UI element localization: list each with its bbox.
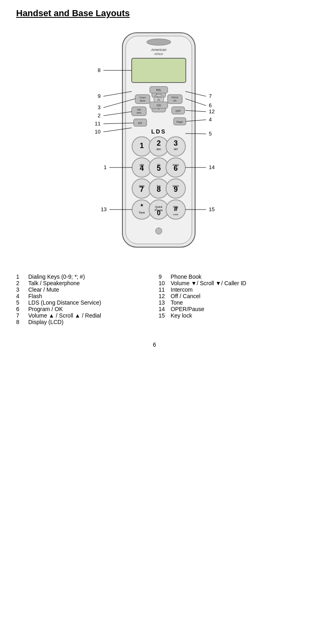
svg-text:5: 5 — [209, 131, 212, 137]
legend-text-10: Volume ▼/ Scroll ▼/ Caller ID — [171, 280, 246, 286]
svg-text:14: 14 — [209, 164, 214, 170]
svg-point-71 — [156, 228, 162, 234]
svg-text:#: # — [174, 205, 177, 212]
legend-text-4: Flash — [28, 293, 42, 299]
svg-text:INT: INT — [138, 122, 142, 125]
svg-text:1: 1 — [139, 142, 143, 150]
svg-text:4: 4 — [139, 164, 143, 172]
legend-text-7: Volume ▲ / Scroll ▲ / Redial — [28, 312, 101, 319]
legend-text-12: Off / Cancel — [171, 293, 201, 299]
legend-item-11: 11 Intercom — [159, 286, 293, 293]
legend-item-9: 9 Phone Book — [159, 273, 293, 280]
svg-text:Talk: Talk — [137, 108, 141, 111]
phone-diagram-svg: American HiTech Phone Book Clear/ Mute P… — [58, 27, 252, 261]
svg-text:9: 9 — [97, 93, 100, 99]
legend-num-3: 3 — [16, 286, 24, 293]
svg-text:2: 2 — [156, 139, 160, 147]
legend-text-2: Talk / Speakerphone — [28, 280, 80, 286]
legend-text-9: Phone Book — [171, 273, 202, 280]
svg-text:Quick: Quick — [155, 205, 162, 209]
svg-text:RDL: RDL — [156, 89, 161, 91]
legend-num-15: 15 — [159, 312, 167, 319]
svg-text:*: * — [140, 203, 143, 210]
legend-num-13: 13 — [159, 299, 167, 306]
legend-left-column: 1 Dialing Keys (0-9; *; #) 2 Talk / Spea… — [16, 273, 151, 325]
legend-item-10: 10 Volume ▼/ Scroll ▼/ Caller ID — [159, 280, 293, 286]
legend-item-5: 5 LDS (Long Distance Service) — [16, 299, 151, 306]
phone-diagram-container: American HiTech Phone Book Clear/ Mute P… — [16, 27, 293, 261]
legend-item-15: 15 Key lock — [159, 312, 293, 319]
svg-text:OK: OK — [173, 100, 177, 102]
legend-num-11: 11 — [159, 286, 167, 293]
svg-text:HiTech: HiTech — [154, 53, 163, 55]
legend-item-14: 14 OPER/Pause — [159, 306, 293, 312]
svg-text:Flash: Flash — [177, 121, 183, 123]
svg-text:Mute: Mute — [140, 100, 145, 102]
svg-rect-5 — [132, 58, 186, 83]
legend-section: 1 Dialing Keys (0-9; *; #) 2 Talk / Spea… — [16, 273, 293, 325]
svg-text:3: 3 — [97, 104, 100, 110]
legend-text-6: Program / OK — [28, 306, 63, 312]
svg-text:5: 5 — [156, 164, 160, 172]
legend-item-12: 12 Off / Cancel — [159, 293, 293, 299]
legend-num-8: 8 — [16, 319, 24, 325]
svg-text:Clear/: Clear/ — [139, 96, 145, 99]
page-title: Handset and Base Layouts — [16, 8, 293, 19]
legend-text-8: Display (LCD) — [28, 319, 63, 325]
svg-text:6: 6 — [209, 102, 212, 108]
svg-text:LDS: LDS — [151, 128, 166, 135]
svg-text:PROG: PROG — [155, 96, 162, 98]
svg-text:6: 6 — [173, 164, 177, 172]
legend-num-14: 14 — [159, 306, 167, 312]
legend-text-5: LDS (Long Distance Service) — [28, 299, 101, 306]
legend-text-15: Key lock — [171, 312, 192, 319]
svg-text:12: 12 — [209, 108, 214, 114]
svg-text:1: 1 — [103, 164, 106, 170]
svg-text:2: 2 — [97, 112, 100, 119]
svg-text:7: 7 — [209, 93, 212, 99]
svg-text:3: 3 — [173, 139, 177, 147]
legend-item-8: 8 Display (LCD) — [16, 319, 151, 325]
svg-text:OK: OK — [157, 99, 160, 101]
svg-text:Lock: Lock — [173, 213, 179, 216]
svg-text:13: 13 — [101, 206, 106, 212]
legend-num-4: 4 — [16, 293, 24, 299]
legend-right-column: 9 Phone Book 10 Volume ▼/ Scroll ▼/ Call… — [159, 273, 293, 325]
legend-num-6: 6 — [16, 306, 24, 312]
svg-text:0: 0 — [157, 210, 160, 216]
svg-text:4: 4 — [209, 117, 212, 123]
legend-item-3: 3 Clear / Mute — [16, 286, 151, 293]
svg-text:OFF: OFF — [175, 110, 181, 112]
svg-text:PROG: PROG — [171, 96, 179, 99]
svg-text:def: def — [174, 148, 178, 150]
svg-text:SPK: SPK — [136, 112, 141, 114]
legend-num-10: 10 — [159, 280, 167, 286]
legend-num-2: 2 — [16, 280, 24, 286]
legend-text-1: Dialing Keys (0-9; *; #) — [28, 273, 85, 280]
legend-text-14: OPER/Pause — [171, 306, 204, 312]
page-number: 6 — [16, 341, 293, 348]
legend-text-13: Tone — [171, 299, 183, 306]
svg-text:7: 7 — [139, 185, 143, 193]
legend-item-2: 2 Talk / Speakerphone — [16, 280, 151, 286]
legend-item-7: 7 Volume ▲ / Scroll ▲ / Redial — [16, 312, 151, 319]
legend-item-13: 13 Tone — [159, 299, 293, 306]
svg-text:11: 11 — [95, 121, 100, 127]
legend-num-5: 5 — [16, 299, 24, 306]
svg-text:American: American — [150, 48, 166, 52]
legend-item-4: 4 Flash — [16, 293, 151, 299]
svg-text:8: 8 — [97, 67, 100, 73]
legend-item-1: 1 Dialing Keys (0-9; *; #) — [16, 273, 151, 280]
legend-num-9: 9 — [159, 273, 167, 280]
svg-point-2 — [147, 39, 171, 45]
legend-item-6: 6 Program / OK — [16, 306, 151, 312]
svg-text:abc: abc — [156, 148, 161, 150]
legend-num-1: 1 — [16, 273, 24, 280]
svg-text:8: 8 — [156, 185, 160, 193]
legend-num-7: 7 — [16, 312, 24, 319]
legend-num-12: 12 — [159, 293, 167, 299]
svg-text:15: 15 — [209, 206, 214, 212]
svg-text:9: 9 — [173, 185, 177, 193]
svg-text:CID: CID — [156, 104, 161, 107]
svg-text:Tone: Tone — [139, 211, 145, 214]
